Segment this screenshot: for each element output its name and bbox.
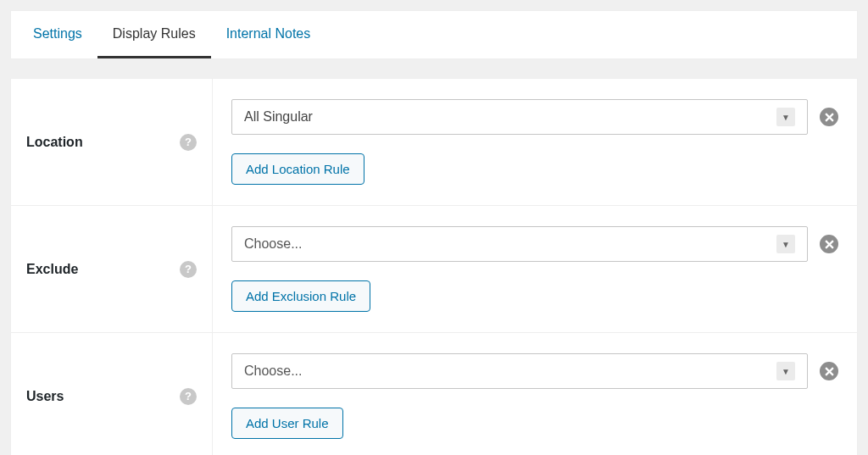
close-icon (825, 240, 834, 249)
chevron-down-icon: ▼ (776, 108, 795, 126)
row-exclude-label: Exclude (26, 262, 78, 277)
tab-internal-notes[interactable]: Internal Notes (211, 11, 326, 58)
exclude-select[interactable]: Choose... ▼ (231, 226, 808, 262)
rules-panel: Location ? All Singular ▼ Add Location R… (10, 78, 858, 455)
chevron-down-icon: ▼ (776, 362, 795, 380)
row-exclude-content: Choose... ▼ Add Exclusion Rule (213, 206, 857, 332)
close-icon (825, 113, 834, 122)
row-location: Location ? All Singular ▼ Add Location R… (11, 79, 857, 206)
row-users-label: Users (26, 389, 64, 404)
row-exclude-label-wrap: Exclude ? (11, 206, 213, 332)
exclude-remove-button[interactable] (820, 235, 838, 253)
users-select-value: Choose... (244, 363, 302, 379)
row-users-content: Choose... ▼ Add User Rule (213, 333, 857, 455)
users-select[interactable]: Choose... ▼ (231, 353, 808, 389)
location-select[interactable]: All Singular ▼ (231, 99, 808, 135)
users-remove-button[interactable] (820, 362, 838, 380)
row-location-label: Location (26, 135, 83, 150)
users-select-row: Choose... ▼ (231, 353, 838, 389)
location-select-row: All Singular ▼ (231, 99, 838, 135)
row-exclude: Exclude ? Choose... ▼ Add Exclusion Rule (11, 206, 857, 333)
add-exclusion-rule-button[interactable]: Add Exclusion Rule (231, 280, 370, 312)
tab-settings[interactable]: Settings (18, 11, 97, 58)
row-location-label-wrap: Location ? (11, 79, 213, 205)
chevron-down-icon: ▼ (776, 235, 795, 253)
help-icon[interactable]: ? (180, 261, 197, 278)
close-icon (825, 367, 834, 376)
add-location-rule-button[interactable]: Add Location Rule (231, 153, 364, 185)
add-user-rule-button[interactable]: Add User Rule (231, 408, 343, 439)
row-location-content: All Singular ▼ Add Location Rule (213, 79, 857, 205)
row-users: Users ? Choose... ▼ Add User Rule (11, 333, 857, 455)
location-select-value: All Singular (244, 109, 313, 125)
row-users-label-wrap: Users ? (11, 333, 213, 455)
location-remove-button[interactable] (820, 108, 838, 126)
help-icon[interactable]: ? (180, 388, 197, 405)
exclude-select-row: Choose... ▼ (231, 226, 838, 262)
help-icon[interactable]: ? (180, 134, 197, 151)
exclude-select-value: Choose... (244, 236, 302, 252)
tabs-bar: Settings Display Rules Internal Notes (10, 10, 858, 59)
tab-display-rules[interactable]: Display Rules (97, 11, 211, 58)
